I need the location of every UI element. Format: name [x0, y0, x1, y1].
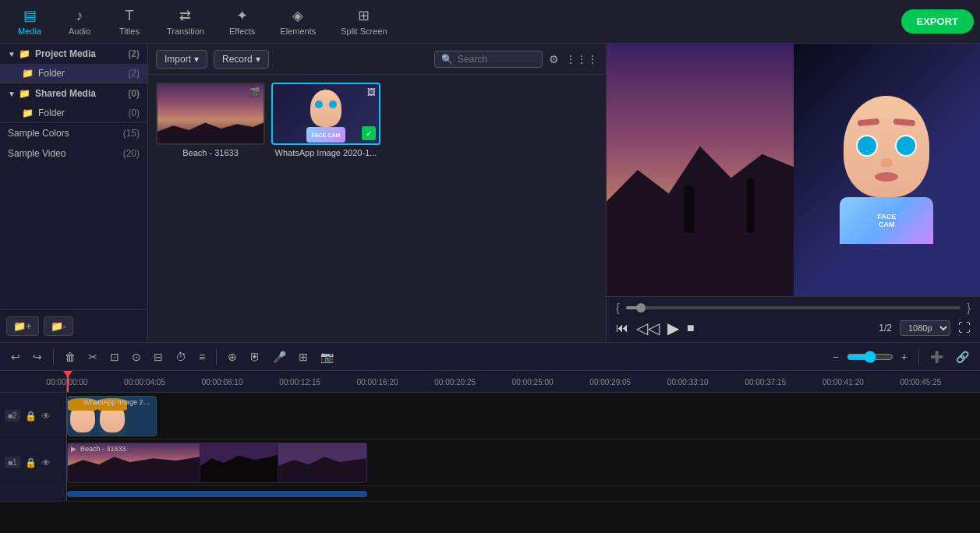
- playhead-marker: [63, 371, 73, 377]
- track-v1-number: ■1: [5, 457, 20, 468]
- pip-button[interactable]: ⊟: [149, 348, 168, 365]
- ruler-time-11: 00:00:45:25: [900, 377, 941, 386]
- beach-thumbnail: 🎬: [156, 83, 265, 145]
- search-box[interactable]: 🔍: [434, 51, 543, 68]
- export-button[interactable]: EXPORT: [901, 9, 974, 34]
- bracket-open: {: [616, 302, 620, 314]
- avatar-right-eyebrow: [893, 118, 916, 126]
- zoom-slider[interactable]: [847, 351, 893, 363]
- timeline-ruler: 00:00:00:00 00:00:04:05 00:00:08:10 00:0…: [0, 371, 980, 393]
- track-v2-lock[interactable]: 🔒: [25, 411, 37, 422]
- toolbar-separator-2: [216, 349, 217, 365]
- filter-icon[interactable]: ⚙: [549, 53, 559, 65]
- whatsapp-label: WhatsApp Image 2020-1...: [271, 148, 380, 157]
- folder-icon: 📁: [22, 68, 34, 79]
- tab-audio[interactable]: ♪ Audio: [56, 3, 103, 41]
- media-icon: ▤: [23, 7, 37, 24]
- preview-progress-handle[interactable]: [636, 303, 646, 312]
- speed-button[interactable]: ⏱: [171, 348, 191, 365]
- subtitle-button[interactable]: ⊞: [294, 348, 313, 365]
- shared-folder-icon: 📁: [22, 108, 34, 118]
- tab-elements[interactable]: ◈ Elements: [269, 2, 327, 41]
- avatar-left-eyebrow: [858, 118, 880, 126]
- track-v1-content: ▶ Beach - 31633: [67, 439, 980, 485]
- track-whatsapp-clip[interactable]: ▶ WhatsApp Image 202...: [67, 396, 157, 436]
- add-track-button[interactable]: ➕: [925, 348, 948, 365]
- tab-effects[interactable]: ✦ Effects: [218, 2, 266, 41]
- avatar-left-eye: [856, 135, 878, 157]
- track-v2-visibility[interactable]: 👁: [41, 411, 51, 422]
- timeline-section: ↩ ↪ 🗑 ✂ ⊡ ⊙ ⊟ ⏱ ≡ ⊕ ⛨ 🎤 ⊞ 📷 − + ➕ 🔗 00:0…: [0, 342, 980, 533]
- media-grid: 🎬 Beach - 31633 FACE CAM: [148, 75, 606, 342]
- track-v1-lock[interactable]: 🔒: [25, 457, 37, 468]
- beach-frame-3: [278, 443, 366, 482]
- grid-view-icon[interactable]: ⋮⋮⋮: [565, 53, 598, 65]
- camera-button[interactable]: 📷: [316, 348, 338, 365]
- ruler-times: 00:00:00:00 00:00:04:05 00:00:08:10 00:0…: [67, 371, 980, 392]
- search-icon: 🔍: [441, 54, 453, 65]
- step-back-button[interactable]: ⏮: [616, 321, 628, 335]
- snap-button[interactable]: ⊕: [223, 348, 242, 365]
- split-screen-icon: ⊞: [358, 7, 370, 24]
- sidebar-shared-folder-item[interactable]: 📁 Folder (0): [0, 104, 147, 122]
- link-button[interactable]: 🔗: [951, 348, 974, 365]
- preview-progress-track[interactable]: [626, 306, 961, 309]
- shared-media-folder-icon: 📁: [19, 88, 30, 99]
- preview-counter: 1/2: [879, 323, 892, 334]
- sidebar-sample-video[interactable]: Sample Video (20): [0, 143, 147, 164]
- tab-media[interactable]: ▤ Media: [6, 2, 53, 41]
- shield-button[interactable]: ⛨: [245, 348, 265, 365]
- ruler-time-7: 00:00:29:05: [589, 377, 631, 386]
- beach-frame-2: [200, 443, 278, 482]
- beach-clip-play-icon: ▶: [71, 445, 76, 453]
- tab-split-screen[interactable]: ⊞ Split Screen: [330, 2, 398, 41]
- sidebar-project-media-header[interactable]: ▼ 📁 Project Media (2): [0, 44, 147, 64]
- preview-controls: { } ⏮ ◁◁ ▶ ■ 1/2 1080p ⛶: [607, 296, 980, 342]
- svg-rect-2: [685, 185, 694, 233]
- timeline-toolbar: ↩ ↪ 🗑 ✂ ⊡ ⊙ ⊟ ⏱ ≡ ⊕ ⛨ 🎤 ⊞ 📷 − + ➕ 🔗: [0, 343, 980, 371]
- audio-icon: ♪: [76, 8, 83, 24]
- record-button[interactable]: Record ▾: [214, 50, 269, 69]
- svg-rect-3: [747, 178, 755, 233]
- whatsapp-thumbnail: FACE CAM 🖼 ✓: [271, 83, 380, 145]
- undo-button[interactable]: ↩: [6, 348, 25, 365]
- sidebar-folder-item[interactable]: 📁 Folder (2): [0, 64, 147, 83]
- delete-button[interactable]: 🗑: [60, 348, 80, 365]
- color-button[interactable]: ⊙: [127, 348, 146, 365]
- tab-titles[interactable]: T Titles: [106, 3, 153, 41]
- fullscreen-button[interactable]: ⛶: [958, 321, 971, 335]
- timeline-tracks: ■2 🔒 👁 ▶ WhatsApp Image 202...: [0, 393, 980, 533]
- zoom-in-button[interactable]: +: [897, 348, 912, 365]
- preview-avatar-panel: FACE CAM: [794, 44, 981, 296]
- track-v2-content: ▶ WhatsApp Image 202...: [67, 393, 980, 439]
- redo-button[interactable]: ↪: [28, 348, 47, 365]
- track-beach-clip[interactable]: ▶ Beach - 31633: [67, 443, 367, 483]
- preview-buttons-row: ⏮ ◁◁ ▶ ■ 1/2 1080p ⛶: [616, 319, 971, 337]
- slow-back-button[interactable]: ◁◁: [636, 319, 660, 337]
- playhead[interactable]: [67, 371, 69, 392]
- sidebar-add-folder-button[interactable]: 📁+: [6, 316, 39, 336]
- tab-transition[interactable]: ⇄ Transition: [156, 2, 215, 41]
- elements-icon: ◈: [292, 7, 303, 24]
- stop-button[interactable]: ■: [687, 321, 695, 335]
- preview-timeline-row: { }: [616, 302, 971, 314]
- mic-button[interactable]: 🎤: [268, 348, 291, 365]
- media-item-whatsapp[interactable]: FACE CAM 🖼 ✓ WhatsApp Image 2020-1...: [271, 83, 380, 157]
- media-item-beach[interactable]: 🎬 Beach - 31633: [156, 83, 265, 157]
- play-button[interactable]: ▶: [667, 319, 679, 337]
- ruler-time-10: 00:00:41:20: [823, 377, 864, 386]
- track-v1-controls: ■1 🔒 👁: [0, 439, 67, 485]
- cut-button[interactable]: ✂: [83, 348, 102, 365]
- track-v1-visibility[interactable]: 👁: [41, 457, 51, 468]
- sidebar-sample-colors[interactable]: Sample Colors (15): [0, 123, 147, 143]
- sidebar-shared-media-header[interactable]: ▼ 📁 Shared Media (0): [0, 83, 147, 104]
- import-button[interactable]: Import ▾: [156, 50, 207, 69]
- beach-visual: [157, 84, 264, 143]
- audio-button[interactable]: ≡: [194, 348, 210, 365]
- sidebar-remove-button[interactable]: 📁-: [44, 316, 73, 336]
- crop-button[interactable]: ⊡: [105, 348, 124, 365]
- zoom-out-button[interactable]: −: [828, 348, 844, 365]
- project-media-folder-icon: 📁: [19, 48, 30, 59]
- search-input[interactable]: [458, 54, 536, 65]
- resolution-select[interactable]: 1080p: [900, 320, 950, 336]
